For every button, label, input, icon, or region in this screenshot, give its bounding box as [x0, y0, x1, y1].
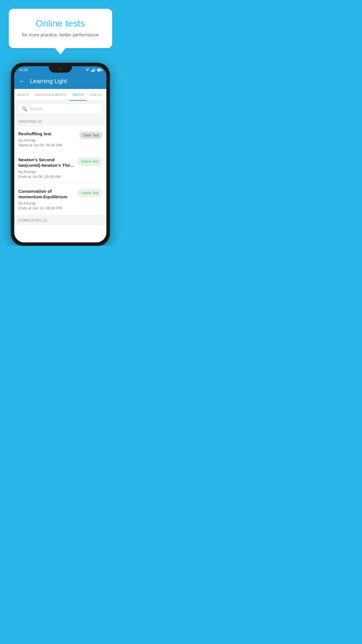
- tab-videos[interactable]: VIDEOS: [86, 89, 105, 101]
- test-title: Newton's Second law(contd)-Newton's Thir…: [18, 157, 74, 168]
- bubble-title: Online tests: [20, 18, 101, 29]
- search-container: 🔍 Search: [14, 101, 106, 116]
- status-icons: [85, 68, 102, 72]
- app-bar: ← Learning Light: [14, 73, 106, 89]
- status-time: 14:29: [19, 68, 28, 72]
- ongoing-label: ONGOING (3): [18, 120, 42, 124]
- test-badge-online: Online Test: [77, 189, 102, 197]
- test-date: Ends at Jul 06, 10:45 AM: [18, 174, 74, 179]
- tabs-bar: MENTS ANNOUNCEMENTS TESTS VIDEOS: [14, 89, 106, 101]
- test-item[interactable]: Reshuffling test by Anurag Starts at Jul…: [14, 126, 106, 152]
- test-by: by Anurag: [18, 201, 74, 205]
- speech-bubble-card: Online tests for more practice, better p…: [9, 9, 112, 48]
- test-by: by Anurag: [18, 169, 74, 174]
- tab-ments[interactable]: MENTS: [14, 89, 32, 101]
- test-title: Reshuffling test: [18, 131, 76, 137]
- phone-screen: 14:29: [14, 66, 106, 242]
- test-item-info: Conservation of momentum-Equilibrium by …: [18, 188, 77, 210]
- test-item[interactable]: Conservation of momentum-Equilibrium by …: [14, 184, 106, 215]
- wifi-icon: [85, 68, 90, 72]
- battery-icon: [97, 69, 102, 71]
- test-by: by Anurag: [18, 138, 76, 142]
- signal-icon: [91, 68, 95, 72]
- search-icon: 🔍: [22, 106, 27, 111]
- phone-notch: [49, 66, 72, 73]
- test-item[interactable]: Newton's Second law(contd)-Newton's Thir…: [14, 152, 106, 184]
- test-list: Reshuffling test by Anurag Starts at Jul…: [14, 126, 106, 215]
- app-bar-title: Learning Light: [30, 78, 67, 85]
- bubble-subtitle: for more practice, better performance: [20, 32, 101, 38]
- search-bar[interactable]: 🔍 Search: [18, 103, 103, 114]
- back-button[interactable]: ←: [19, 77, 25, 85]
- tab-announcements[interactable]: ANNOUNCEMENTS: [32, 89, 69, 101]
- test-badge-online: Online Test: [77, 158, 102, 166]
- completed-section-header: COMPLETED (1): [14, 215, 106, 225]
- completed-label: COMPLETED (1): [18, 218, 47, 223]
- ongoing-section-header: ONGOING (3): [14, 116, 106, 126]
- test-item-info: Reshuffling test by Anurag Starts at Jul…: [18, 131, 79, 147]
- front-camera: [59, 68, 61, 71]
- phone-frame: 14:29: [11, 63, 110, 246]
- test-item-info: Newton's Second law(contd)-Newton's Thir…: [18, 157, 77, 179]
- test-title: Conservation of momentum-Equilibrium: [18, 188, 74, 200]
- tab-tests[interactable]: TESTS: [69, 89, 86, 101]
- test-badge-class: Class Test: [79, 132, 102, 139]
- search-placeholder: Search: [30, 106, 43, 111]
- test-date: Ends at Jun 10, 06:00 PM: [18, 206, 74, 210]
- app-content: ← Learning Light MENTS ANNOUNCEMENTS TES…: [14, 73, 106, 242]
- test-date: Starts at Jul 05, 05:45 PM: [18, 143, 76, 147]
